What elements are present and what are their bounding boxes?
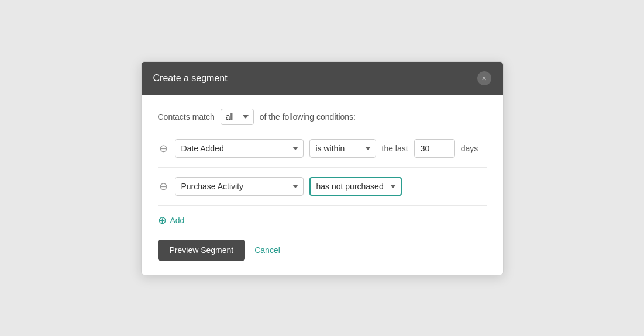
condition-2-operator-select[interactable]: has not purchased has purchased — [309, 177, 402, 196]
remove-condition-1-button[interactable]: ⊖ — [158, 143, 169, 154]
modal: Create a segment × Contacts match all an… — [141, 61, 504, 275]
minus-icon-2: ⊖ — [159, 181, 168, 192]
condition-row-2: ⊖ Purchase Activity Date Added has not p… — [158, 177, 487, 206]
contacts-match-suffix: of the following conditions: — [260, 112, 356, 122]
condition-row-1: ⊖ Date Added Purchase Activity is within… — [158, 139, 487, 168]
add-row: ⊕ Add — [158, 215, 487, 226]
modal-title: Create a segment — [153, 73, 228, 84]
modal-body: Contacts match all any of the following … — [142, 95, 503, 275]
close-button[interactable]: × — [477, 71, 491, 85]
modal-header: Create a segment × — [142, 62, 503, 95]
close-icon: × — [481, 74, 486, 82]
condition-1-field-select[interactable]: Date Added Purchase Activity — [175, 139, 304, 158]
the-last-label: the last — [382, 144, 408, 153]
condition-2-field-select[interactable]: Purchase Activity Date Added — [175, 177, 304, 196]
add-label: Add — [170, 216, 185, 225]
remove-condition-2-button[interactable]: ⊖ — [158, 181, 169, 192]
add-condition-button[interactable]: ⊕ Add — [158, 215, 185, 226]
days-input[interactable] — [414, 139, 455, 158]
footer-row: Preview Segment Cancel — [158, 240, 487, 261]
page-wrapper: Create a segment × Contacts match all an… — [0, 0, 644, 336]
cancel-button[interactable]: Cancel — [254, 245, 280, 255]
contacts-match-prefix: Contacts match — [158, 112, 215, 122]
contacts-match-row: Contacts match all any of the following … — [158, 109, 487, 125]
minus-icon: ⊖ — [159, 143, 168, 154]
days-label: days — [461, 144, 478, 153]
preview-segment-button[interactable]: Preview Segment — [158, 240, 246, 261]
add-icon: ⊕ — [158, 215, 167, 226]
match-select[interactable]: all any — [221, 109, 254, 125]
condition-1-operator-select[interactable]: is within is not within — [309, 139, 376, 158]
